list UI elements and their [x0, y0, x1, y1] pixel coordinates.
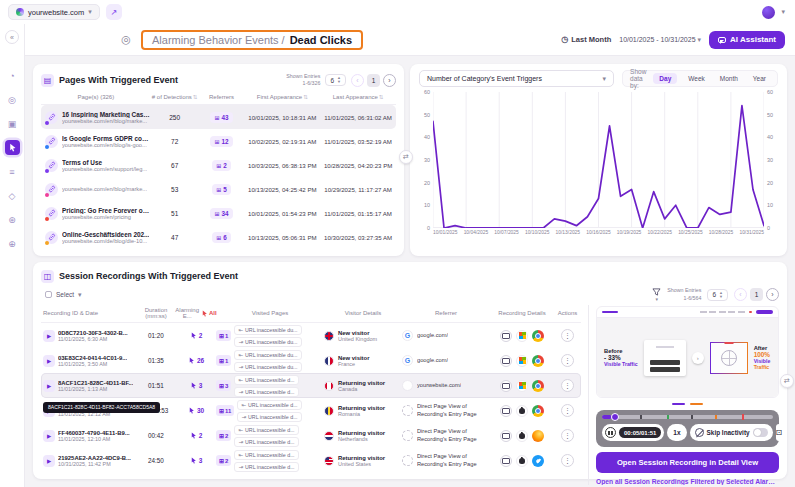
visited-page-entry[interactable]: ⇥URL inaccessible d...: [234, 462, 298, 472]
recording-row[interactable]: ▶0D8C7210-30F3-4302-B...11/01/2025, 6:30…: [41, 323, 581, 348]
user-avatar[interactable]: [762, 6, 775, 19]
row-actions-button[interactable]: ⋮: [561, 329, 574, 342]
sidebar-item-integrations[interactable]: ⊕: [5, 236, 20, 251]
visited-page-entry[interactable]: ⇤URL inaccessible du...: [234, 350, 301, 360]
col-header-visitor[interactable]: Visitor Details: [324, 310, 402, 316]
select-dropdown[interactable]: Select ▾: [41, 289, 86, 301]
next-page-button[interactable]: ›: [383, 74, 396, 87]
alarming-all-filter[interactable]: All: [201, 310, 217, 317]
panel-divider: [588, 305, 589, 485]
recording-row[interactable]: ▶8ACF1C21-828C-4D11-BF...11/01/2025, 1:1…: [41, 373, 581, 398]
row-actions-button[interactable]: ⋮: [561, 404, 574, 417]
sidebar-item-recordings[interactable]: ▣: [5, 116, 20, 131]
date-range[interactable]: 10/01/2025 - 10/31/2025 ▾: [619, 36, 701, 44]
table-row[interactable]: Online-Geschäftsideen 202...yourwebsite.…: [41, 225, 396, 249]
col-header-referrers[interactable]: Referrers: [199, 94, 245, 100]
sidebar-item-alarming-events[interactable]: [5, 140, 20, 155]
open-website-button[interactable]: ↗: [106, 4, 122, 20]
sidebar-item-visitors[interactable]: ◎: [5, 92, 20, 107]
visited-page-entry[interactable]: ⇥URL inaccessible d...: [234, 387, 298, 397]
referrers-badge[interactable]: ⊞34: [210, 208, 232, 219]
tab-day[interactable]: Day: [653, 73, 677, 84]
tab-month[interactable]: Month: [716, 74, 742, 83]
visited-page-entry[interactable]: ⇤URL inaccessible d...: [234, 450, 298, 460]
col-header-detections[interactable]: # of Detections⇅: [151, 94, 199, 100]
table-row[interactable]: Is Google Forms GDPR comp...yourwebsite.…: [41, 129, 396, 153]
target-icon-button[interactable]: ◎: [119, 33, 133, 47]
col-header-details[interactable]: Recording Details: [490, 310, 554, 316]
col-header-last[interactable]: Last Appearance⇅: [320, 94, 396, 100]
select-all-checkbox[interactable]: [45, 291, 52, 298]
sidebar-item-dashboard[interactable]: ◔: [5, 68, 20, 83]
sidebar-item-events[interactable]: ≡: [5, 164, 20, 179]
visited-page-entry[interactable]: ⇤URL inaccessible d...: [237, 400, 301, 410]
referrers-badge[interactable]: ⊞12: [210, 136, 232, 147]
table-row[interactable]: 16 Inspiring Marketing Case ...yourwebsi…: [41, 105, 396, 129]
visited-page-entry[interactable]: ⇤URL inaccessible d...: [234, 375, 298, 385]
website-select[interactable]: yourwebsite.com ▾: [8, 4, 100, 20]
referrers-badge[interactable]: ⊞43: [210, 112, 232, 123]
col-header-referrer[interactable]: Referrer: [402, 310, 490, 316]
prev-page-button[interactable]: ‹: [351, 74, 364, 87]
recording-row[interactable]: ▶03E83C24-0414-4C01-9...11/01/2025, 3:50…: [41, 348, 581, 373]
referrers-badge[interactable]: ⊞6: [212, 232, 231, 243]
recording-row[interactable]: ▶21925AE2-AA22-4DC9-B...10/31/2025, 11:4…: [41, 448, 581, 473]
recording-thumbnail[interactable]: Before - 33% Visible Traffic ›: [596, 306, 779, 398]
col-header-duration[interactable]: Duration (mm:ss): [136, 307, 176, 319]
alarming-count[interactable]: 3: [190, 457, 203, 464]
col-header-pages[interactable]: Page(s) (326): [41, 94, 151, 100]
table-row[interactable]: yourwebsite.com/en/blog/marke...53⊞510/1…: [41, 177, 396, 201]
last-appearance: 11/01/2025, 06:31:02 AM: [320, 114, 396, 121]
visited-page-entry[interactable]: ⇤URL inaccessible du...: [234, 325, 301, 335]
panel-collapse-handle[interactable]: ⇄: [780, 374, 794, 388]
avatar-chevron-icon[interactable]: ▾: [781, 8, 785, 16]
timeline-knob[interactable]: [611, 413, 619, 421]
col-header-recording-id[interactable]: Recording ID & Date: [41, 310, 136, 316]
prev-page-button[interactable]: ‹: [734, 288, 747, 301]
col-header-first[interactable]: First Appearance⇅: [244, 94, 320, 100]
page-size-stepper[interactable]: 6▲▼: [325, 74, 346, 86]
page-size-stepper[interactable]: 6▲▼: [707, 289, 728, 301]
col-header-alarming[interactable]: Alarming E...All: [176, 307, 216, 319]
line-chart[interactable]: 10/01/202510/04/202510/07/202510/10/2025…: [433, 92, 764, 235]
first-appearance: 10/13/2025, 04:25:42 PM: [244, 186, 320, 193]
speed-button[interactable]: 1x: [667, 424, 686, 441]
chart-metric-select[interactable]: Number of Category's Event Triggers ▾: [419, 70, 614, 87]
visited-page-entry[interactable]: ⇥URL inaccessible d...: [237, 412, 301, 422]
alarming-count[interactable]: 30: [188, 407, 204, 414]
alarming-count[interactable]: 26: [188, 357, 204, 364]
table-row[interactable]: Pricing: Go Free Forever or C...yourwebs…: [41, 201, 396, 225]
col-header-visited[interactable]: Visited Pages: [216, 310, 324, 316]
skip-inactivity-toggle[interactable]: [753, 428, 768, 437]
row-actions-button[interactable]: ⋮: [561, 379, 574, 392]
visited-page-entry[interactable]: ⇥URL inaccessible du...: [234, 337, 301, 347]
visited-page-entry[interactable]: ⇥URL inaccessible du...: [234, 362, 301, 372]
open-recording-detail-button[interactable]: Open Session Recording in Detail View: [596, 452, 779, 473]
alarming-count[interactable]: 3: [190, 382, 203, 389]
table-row[interactable]: Terms of Useyourwebsite.com/en/support/l…: [41, 153, 396, 177]
sidebar-collapse-button[interactable]: «: [5, 30, 19, 44]
sidebar-item-segments[interactable]: ◇: [5, 188, 20, 203]
pause-button[interactable]: [605, 427, 616, 438]
ai-assistant-button[interactable]: AI Assistant: [709, 31, 785, 49]
alarming-count[interactable]: 2: [190, 332, 203, 339]
timeline-scrubber[interactable]: [602, 415, 773, 419]
period-selector[interactable]: ◷ Last Month: [561, 35, 611, 44]
fullscreen-button[interactable]: ⊡: [776, 424, 783, 441]
next-page-button[interactable]: ›: [766, 288, 779, 301]
row-actions-button[interactable]: ⋮: [561, 429, 574, 442]
tab-week[interactable]: Week: [684, 74, 709, 83]
recording-row[interactable]: ▶FF460037-4790-4E11-B9...11/01/2025, 12:…: [41, 423, 581, 448]
referrers-badge[interactable]: ⊞2: [212, 160, 231, 171]
sidebar-item-settings[interactable]: ⊛: [5, 212, 20, 227]
filter-button[interactable]: ▾: [652, 288, 661, 302]
tab-year[interactable]: Year: [749, 74, 770, 83]
row-actions-button[interactable]: ⋮: [561, 454, 574, 467]
referrers-badge[interactable]: ⊞5: [212, 184, 231, 195]
panel-collapse-handle[interactable]: ⇄: [399, 150, 413, 164]
visited-page-entry[interactable]: ⇤URL inaccessible d...: [234, 425, 298, 435]
row-actions-button[interactable]: ⋮: [561, 354, 574, 367]
alarming-count[interactable]: 2: [190, 432, 203, 439]
open-all-recordings-link[interactable]: Open all Session Recordings Filtered by …: [596, 478, 779, 485]
visited-page-entry[interactable]: ⇥URL inaccessible d...: [234, 437, 298, 447]
